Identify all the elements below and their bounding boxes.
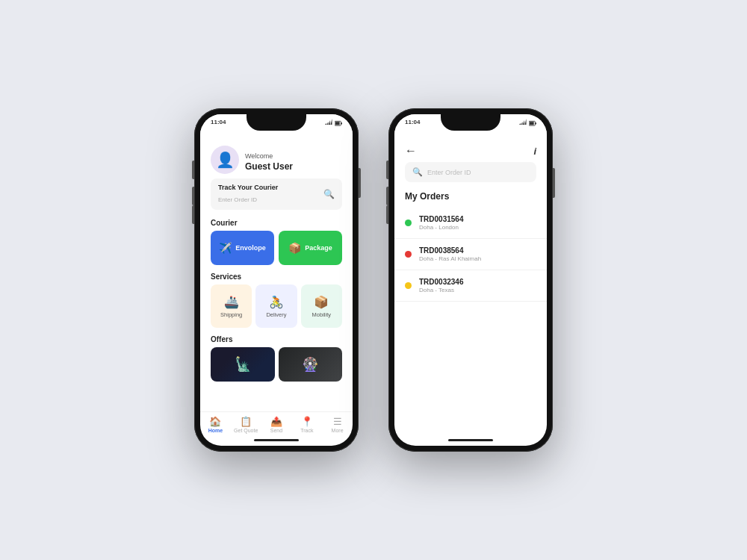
order-list: TRD0031564 Doha - London TRD0038564 Doha… xyxy=(394,208,547,436)
phone-1-screen: 11:04 👤 Welcome Guest User xyxy=(200,114,353,446)
avatar: 👤 xyxy=(211,146,239,174)
services-section-title: Services xyxy=(200,270,353,284)
back-button[interactable]: ← xyxy=(405,144,417,158)
screen-content-2: ← i 🔍 Enter Order ID My Orders TRD003156… xyxy=(394,138,547,436)
nav-more[interactable]: ☰ More xyxy=(322,416,353,433)
order-item-3[interactable]: TRD0032346 Doha - Texas xyxy=(394,270,547,302)
phone-1: 11:04 👤 Welcome Guest User xyxy=(194,108,359,452)
shipping-icon: 🚢 xyxy=(224,295,239,309)
p2-header: ← i xyxy=(394,138,547,162)
courier-cards: ✈️ Envolope 📦 Package xyxy=(200,231,353,270)
info-button[interactable]: i xyxy=(533,146,536,157)
track-placeholder: Enter Order ID xyxy=(218,196,257,203)
order-status-dot-3 xyxy=(405,282,412,289)
bottom-bar-2 xyxy=(448,439,493,441)
offers-section-title: Offers xyxy=(200,332,353,347)
track-icon: 📍 xyxy=(301,416,313,427)
order-id-1: TRD0031564 xyxy=(419,215,463,223)
get-quote-icon: 📋 xyxy=(240,416,252,427)
track-courier-section[interactable]: Track Your Courier Enter Order ID 🔍 xyxy=(211,178,342,210)
track-search-icon[interactable]: 🔍 xyxy=(323,189,335,199)
home-icon: 🏠 xyxy=(209,416,221,427)
p2-search-icon: 🔍 xyxy=(412,167,423,177)
courier-section-title: Courier xyxy=(200,216,353,231)
envelope-icon: ✈️ xyxy=(219,242,232,254)
svg-rect-6 xyxy=(341,122,342,125)
status-icons-1 xyxy=(325,119,342,126)
notch-1 xyxy=(247,114,306,131)
track-label: Track Your Courier xyxy=(218,184,278,191)
order-info-1: TRD0031564 Doha - London xyxy=(419,215,463,231)
mobility-label: Mobility xyxy=(312,311,331,318)
mobility-icon: 📦 xyxy=(314,295,329,309)
welcome-greeting: Welcome xyxy=(245,152,273,160)
offer-2-icon: 🎡 xyxy=(302,356,318,373)
get-quote-label: Get Quote xyxy=(234,428,258,433)
order-route-1: Doha - London xyxy=(419,224,463,231)
nav-track[interactable]: 📍 Track xyxy=(291,416,322,433)
svg-marker-2 xyxy=(329,120,330,125)
svg-marker-1 xyxy=(327,122,329,125)
orders-title: My Orders xyxy=(394,190,547,208)
welcome-section: 👤 Welcome Guest User xyxy=(200,138,353,178)
offer-card-2[interactable]: 🎡 xyxy=(279,347,343,382)
envelope-label: Envolope xyxy=(235,244,266,252)
track-courier-text: Track Your Courier Enter Order ID xyxy=(218,184,278,205)
order-status-dot-2 xyxy=(405,251,412,258)
bottom-bar-1 xyxy=(254,439,299,441)
nav-send[interactable]: 📤 Send xyxy=(261,416,292,433)
welcome-username: Guest User xyxy=(245,161,293,172)
p2-search-bar[interactable]: 🔍 Enter Order ID xyxy=(405,162,536,182)
avatar-icon: 👤 xyxy=(216,151,235,169)
svg-marker-7 xyxy=(519,123,521,125)
order-info-3: TRD0032346 Doha - Texas xyxy=(419,278,463,293)
status-icons-2 xyxy=(519,119,536,126)
envelope-card[interactable]: ✈️ Envolope xyxy=(211,231,274,265)
p2-search-placeholder: Enter Order ID xyxy=(427,169,471,176)
phone-2: 11:04 ← i 🔍 Enter Order ID xyxy=(388,108,553,452)
nav-home[interactable]: 🏠 Home xyxy=(200,416,231,433)
svg-marker-0 xyxy=(325,123,326,125)
package-label: Package xyxy=(305,244,332,252)
svg-marker-3 xyxy=(331,119,332,125)
order-id-2: TRD0038564 xyxy=(419,246,481,255)
nav-get-quote[interactable]: 📋 Get Quote xyxy=(231,416,261,433)
track-label-nav: Track xyxy=(300,428,313,433)
mobility-card[interactable]: 📦 Mobility xyxy=(301,284,342,328)
offer-card-1[interactable]: 🗽 xyxy=(211,347,275,382)
welcome-text: Welcome Guest User xyxy=(245,148,293,172)
svg-marker-9 xyxy=(523,120,524,125)
offer-1-icon: 🗽 xyxy=(235,356,251,373)
home-label: Home xyxy=(208,428,223,433)
order-route-2: Doha - Ras Al Khaimah xyxy=(419,255,481,262)
svg-rect-12 xyxy=(530,122,534,125)
send-label: Send xyxy=(270,428,282,433)
svg-marker-10 xyxy=(525,119,527,125)
send-icon: 📤 xyxy=(270,416,282,427)
phones-container: 11:04 👤 Welcome Guest User xyxy=(0,108,747,452)
delivery-label: Delivery xyxy=(266,311,286,318)
svg-marker-8 xyxy=(521,122,523,125)
package-card[interactable]: 📦 Package xyxy=(279,231,342,265)
delivery-card[interactable]: 🚴 Delivery xyxy=(255,284,297,328)
delivery-icon: 🚴 xyxy=(269,295,284,309)
more-label: More xyxy=(332,428,344,433)
notch-2 xyxy=(441,114,500,131)
order-id-3: TRD0032346 xyxy=(419,278,463,286)
status-time-1: 11:04 xyxy=(211,119,226,125)
bottom-nav: 🏠 Home 📋 Get Quote 📤 Send 📍 Track ☰ xyxy=(200,411,353,436)
order-info-2: TRD0038564 Doha - Ras Al Khaimah xyxy=(419,246,481,262)
order-item-2[interactable]: TRD0038564 Doha - Ras Al Khaimah xyxy=(394,239,547,270)
shipping-label: Shipping xyxy=(220,311,242,318)
order-status-dot-1 xyxy=(405,220,412,226)
status-time-2: 11:04 xyxy=(405,119,420,125)
notch-bar-2: 11:04 xyxy=(394,114,547,138)
screen-content-1: 👤 Welcome Guest User Track Your Courier … xyxy=(200,138,353,411)
offer-cards: 🗽 🎡 xyxy=(200,347,353,386)
package-icon: 📦 xyxy=(288,242,301,254)
shipping-card[interactable]: 🚢 Shipping xyxy=(211,284,252,328)
order-item-1[interactable]: TRD0031564 Doha - London xyxy=(394,208,547,239)
svg-rect-13 xyxy=(535,122,536,125)
order-route-3: Doha - Texas xyxy=(419,287,463,293)
service-cards: 🚢 Shipping 🚴 Delivery 📦 Mobility xyxy=(200,284,353,332)
